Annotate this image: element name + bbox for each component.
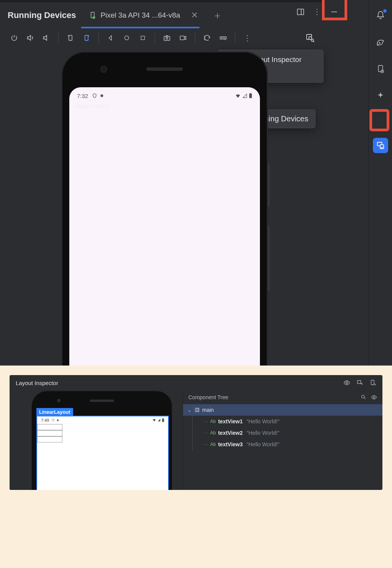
home-icon[interactable] bbox=[122, 34, 131, 42]
record-icon[interactable] bbox=[179, 34, 187, 42]
tree-row-main[interactable]: ⌄ main bbox=[183, 404, 382, 416]
panel-title: Running Devices bbox=[4, 10, 81, 20]
svg-rect-28 bbox=[358, 380, 361, 384]
tree-row-textview1[interactable]: Ab textView1 "Hello World!" bbox=[183, 416, 382, 427]
window-mode-button[interactable] bbox=[296, 8, 305, 16]
svg-rect-32 bbox=[163, 418, 163, 419]
running-devices-button[interactable] bbox=[373, 138, 388, 153]
device-manager-button[interactable] bbox=[373, 61, 388, 77]
tree-node-name: main bbox=[202, 407, 214, 413]
volume-down-icon[interactable] bbox=[42, 34, 51, 42]
screenshot-icon[interactable] bbox=[163, 34, 171, 42]
device-tab-icon bbox=[89, 11, 96, 19]
textview-outline-3[interactable] bbox=[37, 436, 62, 442]
layout-inspector-title: Layout Inspector bbox=[16, 380, 58, 386]
tab-bar: Running Devices Pixel 3a API 34 ...64-v8… bbox=[4, 5, 318, 26]
svg-point-15 bbox=[166, 37, 168, 39]
running-devices-panel: Running Devices Pixel 3a API 34 ...64-v8… bbox=[0, 0, 392, 366]
notification-dot-icon bbox=[383, 9, 387, 13]
inspector-preview[interactable]: LinearLayout 7:49 bbox=[10, 390, 183, 490]
textview-icon: Ab bbox=[210, 442, 216, 447]
device-side-button bbox=[268, 165, 270, 207]
svg-rect-4 bbox=[380, 145, 384, 149]
li-export-icon[interactable] bbox=[369, 379, 376, 386]
tree-row-textview3[interactable]: Ab textView3 "Hello World!" bbox=[183, 439, 382, 450]
component-tree-header: Component Tree bbox=[183, 390, 382, 404]
component-tree-title: Component Tree bbox=[188, 394, 228, 400]
textview-outline-2[interactable] bbox=[37, 430, 62, 436]
more-icon[interactable]: ⋮ bbox=[243, 34, 252, 42]
svg-rect-7 bbox=[297, 9, 304, 15]
overview-icon[interactable] bbox=[139, 34, 147, 42]
tree-node-name: textView1 bbox=[218, 418, 243, 424]
chevron-down-icon[interactable]: ⌄ bbox=[187, 407, 192, 413]
svg-point-12 bbox=[125, 36, 129, 40]
status-signal-icon bbox=[242, 93, 247, 98]
window-controls: ⋮ bbox=[296, 8, 338, 16]
textview-outline-1[interactable] bbox=[37, 424, 62, 430]
status-shield-icon bbox=[92, 93, 97, 98]
status-wifi-icon bbox=[235, 93, 241, 98]
svg-point-27 bbox=[346, 382, 348, 384]
close-tab-button[interactable]: ✕ bbox=[188, 10, 201, 20]
svg-rect-25 bbox=[249, 93, 252, 98]
svg-rect-26 bbox=[250, 93, 251, 93]
svg-rect-22 bbox=[309, 37, 312, 39]
device-tab[interactable]: Pixel 3a API 34 ...64-v8a bbox=[85, 5, 184, 26]
svg-point-30 bbox=[57, 419, 59, 421]
status-time: 7:32 bbox=[77, 93, 88, 99]
snapshots-icon[interactable] bbox=[203, 34, 211, 42]
li-select-icon[interactable] bbox=[356, 379, 363, 386]
svg-point-34 bbox=[373, 397, 375, 398]
svg-point-18 bbox=[221, 38, 222, 38]
svg-point-19 bbox=[223, 38, 224, 38]
volume-up-icon[interactable] bbox=[26, 34, 34, 42]
mini-wifi-icon bbox=[152, 418, 156, 422]
emulator-toolbar: ⋮ bbox=[4, 28, 318, 47]
svg-point-24 bbox=[101, 95, 103, 97]
device-camera-icon bbox=[101, 67, 106, 72]
ai-sparkle-button[interactable] bbox=[373, 88, 388, 103]
textview-icon: Ab bbox=[210, 430, 216, 436]
add-tab-button[interactable]: ＋ bbox=[205, 9, 225, 22]
svg-point-6 bbox=[93, 16, 95, 19]
device-speaker-icon bbox=[146, 67, 183, 71]
svg-rect-35 bbox=[195, 408, 199, 411]
mini-signal-icon bbox=[157, 418, 161, 422]
component-tree-panel: Component Tree ⌄ main Ab textView1 bbox=[183, 390, 382, 490]
extended-controls-icon[interactable] bbox=[219, 34, 227, 42]
rotate-right-icon[interactable] bbox=[82, 34, 91, 42]
layout-inspector-panel: Layout Inspector LinearLayout 7:49 bbox=[10, 375, 382, 490]
mini-screen[interactable]: 7:49 bbox=[36, 416, 169, 490]
layout-inspector-toggle[interactable] bbox=[302, 30, 318, 46]
ct-search-icon[interactable] bbox=[361, 394, 366, 400]
tree-node-name: textView3 bbox=[218, 441, 243, 447]
ct-eye-icon[interactable] bbox=[371, 394, 377, 400]
device-side-button-2 bbox=[268, 226, 270, 291]
window-top-border bbox=[0, 0, 322, 2]
minimize-button[interactable] bbox=[330, 8, 338, 16]
mini-status-bar: 7:49 bbox=[37, 416, 168, 424]
app-text: Hello World! bbox=[75, 103, 110, 110]
layout-inspector-header: Layout Inspector bbox=[10, 375, 382, 390]
svg-rect-31 bbox=[162, 419, 164, 422]
mini-status-time: 7:49 bbox=[41, 418, 49, 423]
notifications-button[interactable] bbox=[373, 8, 388, 23]
li-visibility-icon[interactable] bbox=[343, 379, 350, 386]
android-status-bar: 7:32 bbox=[69, 90, 260, 101]
layout-inspector-section: Layout Inspector LinearLayout 7:49 bbox=[0, 366, 392, 568]
gradle-elephant-button[interactable] bbox=[373, 34, 388, 50]
rotate-left-icon[interactable] bbox=[66, 34, 75, 42]
back-icon[interactable] bbox=[106, 34, 115, 42]
svg-rect-11 bbox=[85, 35, 88, 40]
kebab-menu-button[interactable]: ⋮ bbox=[313, 8, 322, 16]
power-icon[interactable] bbox=[10, 34, 18, 42]
tree-node-name: textView2 bbox=[218, 430, 243, 436]
layout-icon bbox=[194, 407, 200, 413]
svg-rect-13 bbox=[141, 36, 144, 39]
tree-node-value: "Hello World!" bbox=[247, 418, 279, 424]
tree-row-textview2[interactable]: Ab textView2 "Hello World!" bbox=[183, 427, 382, 439]
tree-node-value: "Hello World!" bbox=[247, 441, 279, 447]
status-battery-icon bbox=[249, 93, 252, 98]
tree-node-value: "Hello World!" bbox=[247, 430, 279, 436]
